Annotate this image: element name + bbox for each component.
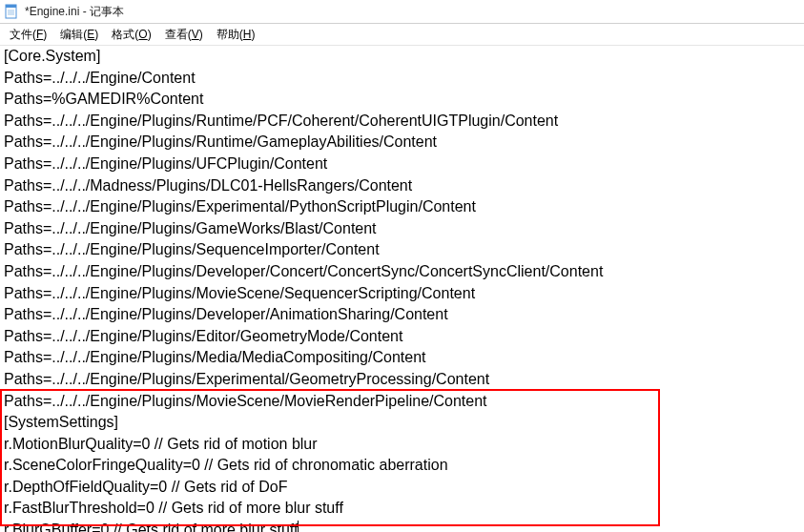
text-caret — [298, 521, 299, 532]
editor-line[interactable]: Paths=../../../Engine/Plugins/Experiment… — [4, 369, 800, 391]
editor-line[interactable]: Paths=../../../Engine/Plugins/MovieScene… — [4, 391, 800, 413]
editor-line[interactable]: [Core.System] — [4, 46, 800, 68]
editor-content[interactable]: [Core.System]Paths=../../../Engine/Conte… — [0, 46, 804, 532]
notepad-icon — [4, 4, 19, 19]
editor-line[interactable]: [SystemSettings] — [4, 412, 800, 434]
svg-rect-1 — [6, 5, 16, 8]
menu-edit[interactable]: 编辑(E) — [54, 25, 104, 45]
editor-line[interactable]: r.BlurGBuffer=0 // Gets rid of more blur… — [4, 520, 800, 532]
editor-line[interactable]: Paths=../../../Engine/Plugins/SequenceIm… — [4, 239, 800, 261]
editor-area[interactable]: [Core.System]Paths=../../../Engine/Conte… — [0, 46, 804, 532]
editor-line[interactable]: Paths=%GAMEDIR%Content — [4, 89, 800, 111]
editor-line[interactable]: Paths=../../../Engine/Plugins/Experiment… — [4, 196, 800, 218]
titlebar: *Engine.ini - 记事本 — [0, 0, 804, 24]
editor-line[interactable]: Paths=../../../Engine/Plugins/Runtime/PC… — [4, 111, 800, 133]
editor-line[interactable]: Paths=../../../Engine/Plugins/Runtime/Ga… — [4, 132, 800, 153]
editor-line[interactable]: r.DepthOfFieldQuality=0 // Gets rid of D… — [4, 477, 800, 499]
menubar: 文件(F) 编辑(E) 格式(O) 查看(V) 帮助(H) — [0, 24, 804, 46]
editor-line[interactable]: Paths=../../../Engine/Plugins/Developer/… — [4, 261, 800, 283]
editor-line[interactable]: Paths=../../../Engine/Plugins/UFCPlugin/… — [4, 153, 800, 175]
window-title: *Engine.ini - 记事本 — [25, 4, 124, 20]
editor-line[interactable]: r.FastBlurThreshold=0 // Gets rid of mor… — [4, 498, 800, 520]
menu-view[interactable]: 查看(V) — [159, 25, 209, 45]
editor-line[interactable]: Paths=../../../Engine/Plugins/Media/Medi… — [4, 347, 800, 369]
menu-format[interactable]: 格式(O) — [106, 25, 156, 45]
menu-file[interactable]: 文件(F) — [4, 25, 52, 45]
editor-line[interactable]: r.SceneColorFringeQuality=0 // Gets rid … — [4, 455, 800, 477]
menu-help[interactable]: 帮助(H) — [211, 25, 261, 45]
editor-line[interactable]: r.MotionBlurQuality=0 // Gets rid of mot… — [4, 434, 800, 456]
editor-line[interactable]: Paths=../../../Madness/Plugins/DLC01-Hel… — [4, 175, 800, 197]
editor-line[interactable]: Paths=../../../Engine/Plugins/Editor/Geo… — [4, 326, 800, 348]
editor-line[interactable]: Paths=../../../Engine/Plugins/Developer/… — [4, 304, 800, 326]
editor-line[interactable]: Paths=../../../Engine/Plugins/MovieScene… — [4, 283, 800, 305]
editor-line[interactable]: Paths=../../../Engine/Plugins/GameWorks/… — [4, 218, 800, 240]
editor-line[interactable]: Paths=../../../Engine/Content — [4, 68, 800, 90]
